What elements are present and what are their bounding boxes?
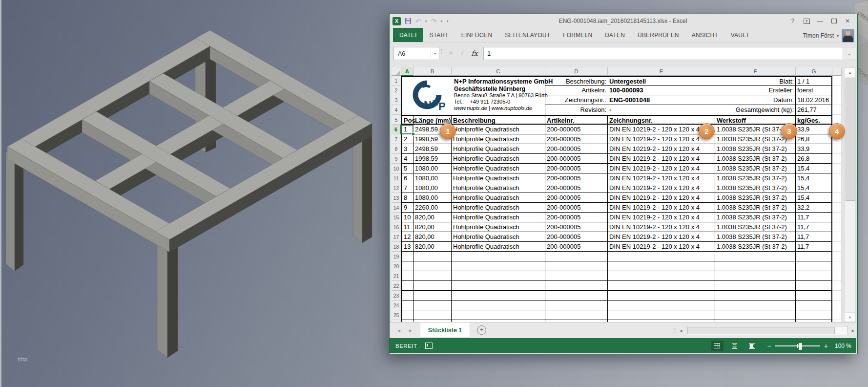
row-header-18[interactable]: 18 xyxy=(392,242,401,252)
sheet-cell[interactable] xyxy=(832,164,842,173)
zoom-level[interactable]: 100 % xyxy=(835,343,851,349)
table-cell[interactable]: 4 xyxy=(401,154,413,164)
table-cell[interactable]: 1.0038 S235JR (St 37-2) xyxy=(715,213,796,222)
table-cell[interactable] xyxy=(401,261,413,271)
table-cell[interactable]: 15,4 xyxy=(796,193,832,203)
horizontal-scrollbar-thumb[interactable] xyxy=(687,327,835,334)
sheet-nav-right-icon[interactable]: ► xyxy=(408,328,413,333)
table-cell[interactable]: 820,00 xyxy=(413,213,452,222)
table-cell[interactable]: 11,7 xyxy=(796,242,832,252)
table-cell[interactable] xyxy=(715,252,796,261)
table-cell[interactable]: 12 xyxy=(401,232,413,242)
table-cell[interactable]: 1080,00 xyxy=(413,173,452,183)
table-cell[interactable]: 200-000005 xyxy=(545,222,608,232)
table-cell[interactable]: 7 xyxy=(401,183,413,193)
table-cell[interactable]: 820,00 xyxy=(413,242,452,252)
table-cell[interactable]: 200-000005 xyxy=(545,125,608,134)
table-cell[interactable] xyxy=(452,291,545,301)
customize-qat-icon[interactable]: ▾ xyxy=(447,19,449,23)
table-cell[interactable] xyxy=(715,291,796,301)
zoom-slider[interactable] xyxy=(775,345,820,346)
ribbon-display-options-button[interactable] xyxy=(800,15,813,27)
table-cell[interactable] xyxy=(715,310,796,320)
sheet-cell[interactable] xyxy=(832,203,842,213)
table-cell[interactable]: 200-000005 xyxy=(545,154,608,164)
table-cell[interactable]: DIN EN 10219-2 - 120 x 120 x 4 xyxy=(608,183,715,193)
meta-label-datum[interactable]: Datum: xyxy=(715,95,796,105)
table-cell[interactable]: 820,00 xyxy=(413,222,452,232)
table-cell[interactable] xyxy=(545,281,608,291)
table-cell[interactable]: 6 xyxy=(401,173,413,183)
table-cell[interactable]: 33,9 xyxy=(796,144,832,154)
table-cell[interactable] xyxy=(796,291,832,301)
table-cell[interactable]: 1998,59 xyxy=(413,154,452,164)
fill-handle[interactable] xyxy=(412,132,415,136)
table-cell[interactable]: 1.0038 S235JR (St 37-2) xyxy=(715,232,796,242)
column-header-partial[interactable] xyxy=(832,67,842,76)
table-cell[interactable] xyxy=(452,252,545,261)
redo-icon[interactable]: ↷ xyxy=(431,18,437,24)
meta-label-gesamtgewicht[interactable]: Gesamtgewicht (kg): xyxy=(715,105,796,115)
sheet-cell[interactable] xyxy=(832,242,842,252)
formula-bar-input[interactable]: 1 xyxy=(483,47,845,60)
meta-value-artikelnr[interactable]: 100-000093 xyxy=(608,86,715,95)
ribbon-tab-datei[interactable]: DATEI xyxy=(393,28,423,42)
column-header-G[interactable]: G xyxy=(796,67,832,76)
sheet-cell[interactable] xyxy=(832,183,842,193)
table-cell[interactable]: 33,9 xyxy=(796,125,832,134)
avatar[interactable] xyxy=(842,29,854,43)
table-cell[interactable] xyxy=(608,291,715,301)
sheet-cell[interactable] xyxy=(832,301,842,310)
table-cell[interactable]: 8 xyxy=(401,193,413,203)
table-cell[interactable] xyxy=(545,252,608,261)
table-cell[interactable]: 26,8 xyxy=(796,134,832,144)
page-layout-view-icon[interactable] xyxy=(728,341,741,351)
meta-value-gesamtgewicht[interactable]: 261,77 xyxy=(796,105,832,115)
table-cell[interactable]: 15,4 xyxy=(796,173,832,183)
table-cell[interactable] xyxy=(608,261,715,271)
sheet-cell[interactable] xyxy=(832,222,842,232)
column-header-C[interactable]: C xyxy=(452,67,545,76)
meta-value-ersteller[interactable]: foerst xyxy=(796,86,832,95)
table-cell[interactable] xyxy=(796,261,832,271)
table-cell[interactable] xyxy=(608,310,715,320)
macro-record-icon[interactable] xyxy=(425,343,433,349)
table-cell[interactable] xyxy=(413,291,452,301)
row-header-3[interactable]: 3 xyxy=(392,95,401,105)
sheet-cell[interactable] xyxy=(832,232,842,242)
table-cell[interactable] xyxy=(715,281,796,291)
vertical-scrollbar[interactable]: ▲ ▼ xyxy=(844,67,856,322)
page-break-view-icon[interactable] xyxy=(746,341,759,351)
row-header-6[interactable]: 6 xyxy=(392,125,401,134)
table-cell[interactable]: 32,2 xyxy=(796,203,832,213)
help-button[interactable]: ? xyxy=(786,15,800,27)
table-cell[interactable]: Hohlprofile Quadratisch xyxy=(452,173,545,183)
table-cell[interactable] xyxy=(452,271,545,281)
table-cell[interactable]: 200-000005 xyxy=(545,242,608,252)
column-header-F[interactable]: F xyxy=(715,67,796,76)
worksheet-grid[interactable]: N P N+P Informationssysteme GmbH Geschäf… xyxy=(392,67,842,322)
table-cell[interactable]: DIN EN 10219-2 - 120 x 120 x 4 xyxy=(608,173,715,183)
meta-value-zeichnungsnr[interactable]: ENG-0001048 xyxy=(608,95,715,105)
row-header-19[interactable]: 19 xyxy=(392,252,401,261)
table-cell[interactable]: 2498,59 xyxy=(413,144,452,154)
row-header-12[interactable]: 12 xyxy=(392,183,401,193)
row-header-4[interactable]: 4 xyxy=(392,105,401,115)
row-header-20[interactable]: 20 xyxy=(392,261,401,271)
ribbon-tab-start[interactable]: START xyxy=(423,28,455,42)
table-cell[interactable]: 15,4 xyxy=(796,164,832,173)
sheet-cell[interactable] xyxy=(832,281,842,291)
table-cell[interactable]: 11,7 xyxy=(796,222,832,232)
table-cell[interactable]: Hohlprofile Quadratisch xyxy=(452,134,545,144)
table-cell[interactable]: 1080,00 xyxy=(413,183,452,193)
row-header-24[interactable]: 24 xyxy=(392,301,401,310)
sheet-cell[interactable] xyxy=(832,310,842,320)
table-cell[interactable] xyxy=(413,310,452,320)
table-cell[interactable]: 1.0038 S235JR (St 37-2) xyxy=(715,144,796,154)
table-cell[interactable]: DIN EN 10219-2 - 120 x 120 x 4 xyxy=(608,144,715,154)
ribbon-tab-seitenlayout[interactable]: SEITENLAYOUT xyxy=(498,28,557,42)
table-cell[interactable]: 13 xyxy=(401,242,413,252)
table-cell[interactable] xyxy=(401,301,413,310)
company-logo-cell[interactable]: N P xyxy=(401,76,452,115)
hscroll-left-icon[interactable]: ◄ xyxy=(679,328,683,333)
